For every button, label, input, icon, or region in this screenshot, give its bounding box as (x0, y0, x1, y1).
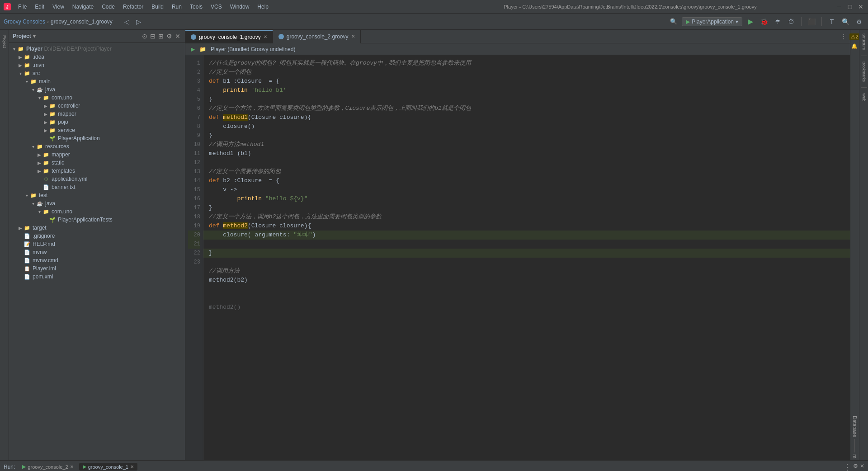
coverage-button[interactable]: ☂ (772, 16, 783, 27)
tree-item-comuno[interactable]: ▾ 📁 com.uno (9, 94, 185, 102)
root-arrow[interactable]: ▾ (11, 47, 17, 52)
tree-item-main[interactable]: ▾ 📁 main (9, 77, 185, 85)
resources-arrow[interactable]: ▾ (30, 144, 36, 149)
tree-item-mapper2[interactable]: ▶ 📁 mapper (9, 151, 185, 159)
tree-item-resources[interactable]: ▾ 📁 resources (9, 142, 185, 151)
run-config-selector[interactable]: ▶ PlayerApplication ▾ (682, 17, 742, 26)
tree-item-helpmd[interactable]: ▶ 📝 HELP.md (9, 240, 185, 248)
tree-item-controller[interactable]: ▶ 📁 controller (9, 102, 185, 110)
tree-item-playerapplication[interactable]: ▶ 🌱 PlayerApplication (9, 134, 185, 142)
search-button[interactable]: 🔍 (840, 16, 851, 27)
translate-button[interactable]: T (826, 16, 837, 27)
static-arrow[interactable]: ▶ (36, 160, 42, 165)
tree-item-templates[interactable]: ▶ 📁 templates (9, 167, 185, 175)
java2-arrow[interactable]: ▾ (30, 201, 36, 206)
tree-item-playeriml[interactable]: ▶ 📋 Player.iml (9, 264, 185, 273)
mvn-arrow[interactable]: ▶ (17, 63, 24, 68)
bottom-tab-console2[interactable]: ▶ groovy_console_2 ✕ (19, 463, 77, 471)
expand-all-button[interactable]: ⊞ (157, 32, 165, 41)
controller-arrow[interactable]: ▶ (42, 104, 49, 108)
pojo-arrow[interactable]: ▶ (42, 120, 49, 125)
forward-button[interactable]: ▷ (133, 16, 144, 27)
maximize-button[interactable]: □ (846, 3, 854, 10)
tab-groovy-console-2[interactable]: groovy_console_2.groovy ✕ (273, 30, 361, 43)
tree-item-service[interactable]: ▶ 📁 service (9, 126, 185, 134)
bottom-tab-console1[interactable]: ▶ groovy_console_1 ✕ (79, 463, 137, 471)
tree-item-idea[interactable]: ▶ 📁 .idea (9, 53, 185, 61)
tree-item-src[interactable]: ▾ 📁 src (9, 69, 185, 77)
src-arrow[interactable]: ▾ (17, 71, 24, 76)
tree-item-pojo[interactable]: ▶ 📁 pojo (9, 118, 185, 126)
menu-vcs[interactable]: VCS (207, 3, 226, 11)
close-button[interactable]: ✕ (857, 3, 864, 10)
stop-button[interactable]: ⬛ (806, 16, 817, 27)
maven-panel-icon[interactable]: m (852, 454, 858, 458)
menu-code[interactable]: Code (98, 3, 118, 11)
structure-panel-icon[interactable]: Structure (862, 33, 866, 50)
main-arrow[interactable]: ▾ (24, 79, 30, 84)
minimize-button[interactable]: ─ (835, 3, 843, 10)
menu-help[interactable]: Help (254, 3, 272, 11)
search-everywhere-button[interactable]: 🔍 (668, 16, 679, 27)
tree-item-mapper[interactable]: ▶ 📁 mapper (9, 110, 185, 118)
code-editor[interactable]: 12345 678910 1112131415 16171819 20 21 2… (185, 55, 850, 460)
target-arrow[interactable]: ▶ (17, 226, 24, 231)
tree-item-gitignore[interactable]: ▶ 📄 .gitignore (9, 232, 185, 240)
tree-item-target[interactable]: ▶ 📁 target (9, 224, 185, 232)
mapper2-arrow[interactable]: ▶ (36, 152, 42, 157)
console1-close[interactable]: ✕ (130, 464, 134, 469)
tree-item-appyml[interactable]: ▶ ⚙ application.yml (9, 175, 185, 183)
tree-item-java[interactable]: ▾ ☕ java (9, 85, 185, 94)
java-arrow[interactable]: ▾ (30, 87, 36, 92)
settings-button[interactable]: ⚙ (854, 16, 864, 27)
run-small-button[interactable]: ▶ (189, 46, 196, 53)
menu-navigate[interactable]: Navigate (69, 3, 97, 11)
menu-run[interactable]: Run (168, 3, 185, 11)
debug-button[interactable]: 🐞 (759, 16, 769, 27)
locate-file-button[interactable]: ⊙ (141, 32, 148, 41)
tree-item-bannertxt[interactable]: ▶ 📄 banner.txt (9, 183, 185, 191)
menu-build[interactable]: Build (148, 3, 167, 11)
idea-arrow[interactable]: ▶ (17, 55, 24, 60)
templates-arrow[interactable]: ▶ (36, 169, 42, 174)
project-sidebar-icon[interactable]: Project (1, 33, 8, 50)
tab-bar-more-button[interactable]: ⋮ (837, 33, 850, 40)
comuno2-arrow[interactable]: ▾ (36, 209, 42, 214)
code-content[interactable]: //什么是groovy的闭包? 闭包其实就是一段代码块。在groovy中，我们主… (203, 55, 850, 460)
tree-item-static[interactable]: ▶ 📁 static (9, 159, 185, 167)
profile-button[interactable]: ⏱ (786, 16, 797, 27)
tree-item-java2[interactable]: ▾ ☕ java (9, 199, 185, 207)
console2-close[interactable]: ✕ (70, 464, 74, 469)
panel-settings-button[interactable]: ⚙ (853, 463, 858, 471)
service-arrow[interactable]: ▶ (42, 128, 49, 133)
tab-groovy-console-1[interactable]: groovy_console_1.groovy ✕ (185, 30, 273, 43)
settings-tree-button[interactable]: ⚙ (165, 32, 173, 41)
mapper-arrow[interactable]: ▶ (42, 112, 49, 117)
tree-item-mvn[interactable]: ▶ 📁 .mvn (9, 61, 185, 69)
tree-item-test[interactable]: ▾ 📁 test (9, 191, 185, 199)
menu-tools[interactable]: Tools (186, 3, 206, 11)
tree-item-mvnwcmd[interactable]: ▶ 📄 mvnw.cmd (9, 256, 185, 264)
panel-close-button[interactable]: ✕ (860, 463, 864, 471)
back-button[interactable]: ◁ (122, 16, 132, 27)
menu-window[interactable]: Window (226, 3, 253, 11)
web-panel-icon[interactable]: Web (862, 93, 866, 101)
tree-item-comuno2[interactable]: ▾ 📁 com.uno (9, 207, 185, 216)
run-button[interactable]: ▶ (745, 16, 756, 27)
menu-view[interactable]: View (49, 3, 68, 11)
tree-root[interactable]: ▾ 📁 Player D:\IDEA\IDEAProject\Player (9, 45, 185, 53)
notifications-icon[interactable]: 🔔 (851, 41, 859, 51)
panel-menu-button[interactable]: ⋮ (843, 463, 851, 471)
bookmarks-panel-icon[interactable]: Bookmarks (862, 61, 866, 82)
tree-item-patests[interactable]: ▶ 🌱 PlayerApplicationTests (9, 216, 185, 224)
tab2-close[interactable]: ✕ (351, 34, 355, 39)
menu-edit[interactable]: Edit (31, 3, 48, 11)
menu-file[interactable]: File (14, 3, 30, 11)
test-arrow[interactable]: ▾ (24, 193, 30, 198)
collapse-all-button[interactable]: ⊟ (149, 32, 156, 41)
database-panel-icon[interactable]: Database (852, 416, 858, 437)
tree-item-mvnw[interactable]: ▶ 📄 mvnw (9, 248, 185, 256)
menu-refactor[interactable]: Refactor (119, 3, 147, 11)
comuno-arrow[interactable]: ▾ (36, 95, 42, 100)
tab1-close[interactable]: ✕ (264, 34, 267, 39)
